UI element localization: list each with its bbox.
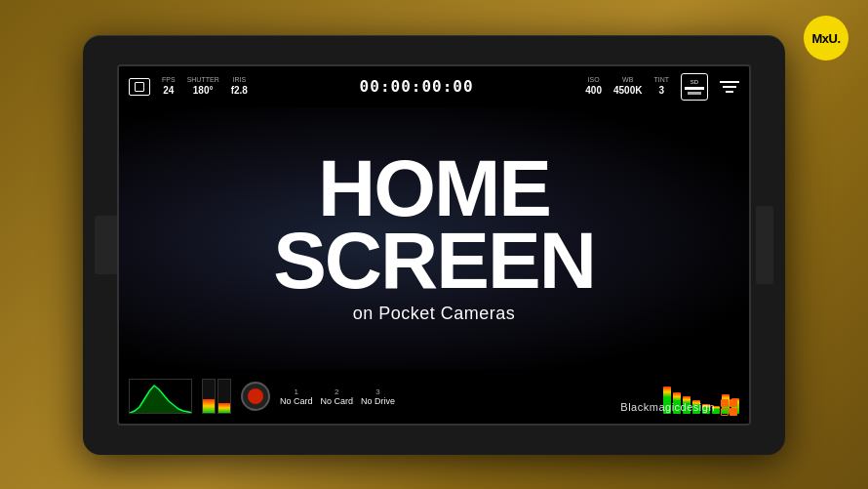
filter-icon (720, 81, 739, 93)
hud-wb: WB 4500K (613, 76, 642, 96)
audio-meters (202, 379, 231, 414)
main-title: HOME SCREEN (273, 152, 595, 297)
histogram (129, 379, 192, 414)
hud-iso: ISO 400 (585, 76, 602, 96)
camera-screen: FPS 24 SHUTTER 180° IRIS f2.8 00:00:00:0… (117, 64, 751, 426)
hud-iris: IRIS f2.8 (231, 76, 248, 96)
hud-timecode: 00:00:00:00 (259, 77, 573, 96)
battery-icon: SD (681, 73, 708, 101)
audio-meter-left (202, 379, 216, 414)
blackmagic-logo-squares (721, 399, 737, 416)
card-slot-3: 3 No Drive (361, 387, 395, 406)
camera-side-right (756, 206, 773, 284)
card-slot-2: 2 No Card (321, 387, 354, 406)
screen-hud-bottom: 1 No Card 2 No Card 3 No Drive (119, 370, 749, 424)
bmd-sq-1 (721, 399, 729, 407)
card-slot-1: 1 No Card (280, 387, 313, 406)
bmd-sq-4 (730, 408, 737, 416)
audio-meter-right (217, 379, 231, 414)
record-dot (248, 388, 263, 404)
card-section: 1 No Card 2 No Card 3 No Drive (280, 387, 395, 406)
hud-fps: FPS 24 (162, 76, 176, 96)
mxu-badge: MxU. (804, 16, 848, 61)
record-button[interactable] (241, 382, 270, 411)
camera-body: FPS 24 SHUTTER 180° IRIS f2.8 00:00:00:0… (83, 35, 785, 455)
subtitle-text: on Pocket Cameras (353, 304, 516, 324)
hud-shutter: SHUTTER 180° (187, 76, 219, 96)
screen-hud-top: FPS 24 SHUTTER 180° IRIS f2.8 00:00:00:0… (119, 66, 749, 107)
bmd-sq-3 (721, 408, 729, 416)
blackmagic-logo-text: Blackmagicdesign (620, 401, 715, 413)
title-line1: HOME (273, 152, 595, 224)
viewfinder-icon (129, 78, 150, 96)
mxu-badge-text: MxU. (811, 31, 840, 46)
title-line2: SCREEN (273, 224, 595, 297)
screen-content: HOME SCREEN on Pocket Cameras (119, 107, 749, 370)
hud-tint: TINT 3 (653, 76, 669, 96)
background: MxU. FPS 24 SHUTTER 180° (0, 0, 868, 489)
blackmagic-logo: Blackmagicdesign (620, 399, 737, 416)
bmd-sq-2 (730, 399, 737, 407)
camera-side-left (95, 216, 119, 274)
